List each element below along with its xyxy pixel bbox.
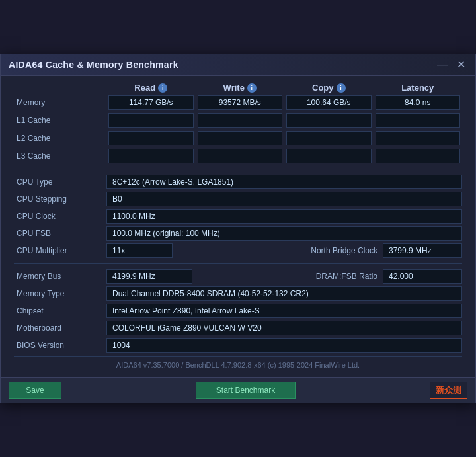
memory-copy-cell: 100.64 GB/s — [286, 95, 372, 110]
cpu-fsb-value: 100.0 MHz (original: 100 MHz) — [106, 226, 462, 241]
l2cache-latency-value: — — [376, 131, 461, 145]
latency-column-header: Latency — [374, 83, 463, 93]
cpu-fsb-label: CPU FSB — [14, 229, 106, 238]
l1cache-label: L1 Cache — [14, 116, 106, 125]
memory-bus-row: Memory Bus 4199.9 MHz DRAM:FSB Ratio 42.… — [14, 269, 462, 284]
footer-info: AIDA64 v7.35.7000 / BenchDLL 4.7.902.8-x… — [14, 356, 462, 372]
l3cache-row: L3 Cache — — — — — [14, 149, 462, 163]
cpu-fsb-row: CPU FSB 100.0 MHz (original: 100 MHz) — [14, 226, 462, 241]
north-bridge-clock-value: 3799.9 MHz — [383, 243, 462, 258]
l3cache-copy-value: — — [286, 149, 372, 163]
button-bar: Save Start Benchmark 新众测 — [1, 377, 475, 403]
l3cache-latency-value: — — [376, 149, 461, 163]
read-info-icon[interactable]: i — [158, 83, 167, 93]
bios-value: 1004 — [106, 338, 462, 353]
memory-read-value: 114.77 GB/s — [108, 95, 194, 110]
motherboard-label: Motherboard — [14, 323, 106, 333]
window-title: AIDA64 Cache & Memory Benchmark — [9, 60, 178, 70]
memory-label: Memory — [14, 98, 106, 107]
memory-latency-cell: 84.0 ns — [376, 95, 461, 110]
memory-write-cell: 93572 MB/s — [198, 95, 283, 110]
cpu-clock-row: CPU Clock 1100.0 MHz — [14, 209, 462, 224]
l2cache-write-value: — — [198, 131, 283, 145]
l1cache-latency-value: — — [376, 113, 461, 128]
chipset-label: Chipset — [14, 306, 106, 315]
l3cache-write-value: — — [198, 149, 283, 163]
dram-fsb-label: DRAM:FSB Ratio — [239, 272, 383, 281]
write-column-header: Write i — [196, 83, 285, 93]
save-button-label: Save — [26, 386, 44, 395]
bios-row: BIOS Version 1004 — [14, 338, 462, 353]
copy-column-header: Copy i — [284, 83, 374, 93]
section-divider-2 — [14, 263, 462, 264]
copy-info-icon[interactable]: i — [337, 83, 346, 93]
window-controls: — ✕ — [436, 60, 467, 70]
l3cache-read-value: — — [108, 149, 194, 163]
l2cache-label: L2 Cache — [14, 134, 106, 143]
l1cache-write-value: — — [198, 113, 283, 128]
cpu-multiplier-row: CPU Multiplier 11x North Bridge Clock 37… — [14, 243, 462, 258]
cpu-type-row: CPU Type 8C+12c (Arrow Lake-S, LGA1851) — [14, 175, 462, 189]
memory-read-cell: 114.77 GB/s — [108, 95, 194, 110]
memory-write-value: 93572 MB/s — [198, 95, 283, 110]
memory-row: Memory 114.77 GB/s 93572 MB/s 100.64 GB/… — [14, 95, 462, 110]
section-divider-1 — [14, 169, 462, 169]
cpu-type-label: CPU Type — [14, 177, 106, 187]
l1cache-row: L1 Cache — — — — — [14, 113, 462, 128]
chipset-row: Chipset Intel Arrow Point Z890, Intel Ar… — [14, 304, 462, 318]
main-window: AIDA64 Cache & Memory Benchmark — ✕ Read… — [0, 54, 476, 403]
minimize-button[interactable]: — — [436, 60, 449, 70]
motherboard-row: Motherboard COLORFUL iGame Z890 VULCAN W… — [14, 321, 462, 335]
start-benchmark-label: Start Benchmark — [216, 386, 275, 395]
main-content: Read i Write i Copy i Latency Memory 114… — [1, 76, 475, 377]
l2cache-copy-value: — — [286, 131, 372, 145]
cpu-multiplier-label: CPU Multiplier — [14, 246, 106, 255]
memory-type-row: Memory Type Dual Channel DDR5-8400 SDRAM… — [14, 286, 462, 301]
north-bridge-clock-label: North Bridge Clock — [239, 246, 383, 255]
cpu-stepping-row: CPU Stepping B0 — [14, 192, 462, 206]
motherboard-value: COLORFUL iGame Z890 VULCAN W V20 — [106, 321, 462, 335]
cpu-clock-value: 1100.0 MHz — [106, 209, 462, 224]
cpu-stepping-value: B0 — [106, 192, 462, 206]
memory-bus-label: Memory Bus — [14, 272, 106, 281]
l2cache-row: L2 Cache — — — — — [14, 131, 462, 145]
write-info-icon[interactable]: i — [247, 83, 257, 93]
l1cache-read-value: — — [108, 113, 194, 128]
title-bar: AIDA64 Cache & Memory Benchmark — ✕ — [1, 54, 475, 76]
chipset-value: Intel Arrow Point Z890, Intel Arrow Lake… — [106, 304, 462, 318]
start-benchmark-button[interactable]: Start Benchmark — [196, 382, 296, 399]
watermark-badge: 新众测 — [430, 382, 467, 399]
dram-fsb-value: 42.000 — [383, 269, 462, 284]
save-button[interactable]: Save — [9, 382, 61, 399]
cpu-type-value: 8C+12c (Arrow Lake-S, LGA1851) — [106, 175, 462, 189]
column-headers: Read i Write i Copy i Latency — [14, 83, 462, 93]
memory-copy-value: 100.64 GB/s — [286, 95, 372, 110]
read-column-header: Read i — [106, 83, 196, 93]
cpu-clock-label: CPU Clock — [14, 212, 106, 221]
cpu-stepping-label: CPU Stepping — [14, 194, 106, 204]
l1cache-copy-value: — — [286, 113, 372, 128]
bios-label: BIOS Version — [14, 341, 106, 350]
system-info-section: CPU Type 8C+12c (Arrow Lake-S, LGA1851) … — [14, 175, 462, 353]
l2cache-read-value: — — [108, 131, 194, 145]
memory-type-value: Dual Channel DDR5-8400 SDRAM (40-52-52-1… — [106, 286, 462, 301]
close-button[interactable]: ✕ — [454, 60, 467, 70]
memory-bus-value: 4199.9 MHz — [106, 269, 192, 284]
memory-type-label: Memory Type — [14, 289, 106, 298]
l3cache-label: L3 Cache — [14, 151, 106, 161]
memory-latency-value: 84.0 ns — [376, 95, 461, 110]
cpu-multiplier-value: 11x — [106, 243, 173, 258]
